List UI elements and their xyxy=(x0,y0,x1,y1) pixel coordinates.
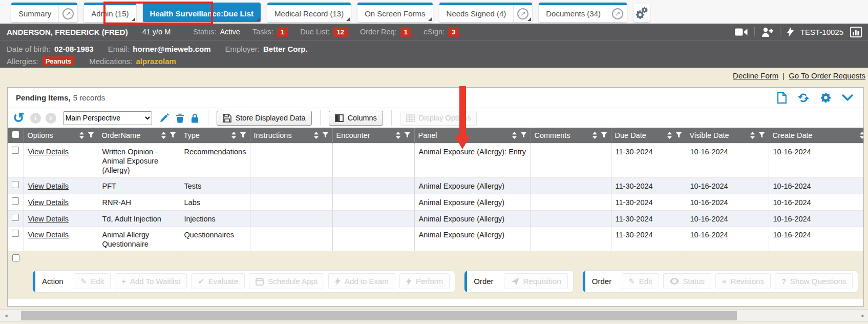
order-status-button[interactable]: Status xyxy=(663,273,712,289)
view-details-link[interactable]: View Details xyxy=(28,215,69,223)
order-revisions-button[interactable]: Revisions xyxy=(715,273,771,289)
add-person-icon[interactable] xyxy=(761,27,773,37)
column-header-panel[interactable]: Panel xyxy=(414,128,531,143)
requisition-button[interactable]: Requisition xyxy=(504,273,568,289)
edit-button[interactable]: Edit xyxy=(74,273,111,289)
order-req-count-badge[interactable]: 1 xyxy=(400,27,411,37)
add-to-waitlist-button[interactable]: Add To Waitlist xyxy=(115,273,187,289)
row-checkbox[interactable] xyxy=(12,181,19,188)
allergy-badge[interactable]: Peanuts xyxy=(42,56,75,66)
medication-value[interactable]: alprazolam xyxy=(136,57,176,66)
row-checkbox[interactable] xyxy=(12,214,19,221)
video-visit-icon[interactable] xyxy=(735,28,748,36)
tab-on-screen-forms[interactable]: On Screen Forms xyxy=(357,3,432,22)
filter-icon[interactable] xyxy=(520,132,527,138)
filter-icon[interactable] xyxy=(601,132,607,138)
bolt-icon xyxy=(335,277,341,286)
filter-icon[interactable] xyxy=(758,132,765,138)
tab-settings-button[interactable] xyxy=(633,4,650,22)
quick-action-bolt-icon[interactable] xyxy=(787,27,794,37)
sort-icon[interactable] xyxy=(231,131,237,139)
row-checkbox[interactable] xyxy=(12,147,19,154)
new-document-icon[interactable] xyxy=(777,92,787,104)
sort-icon[interactable] xyxy=(161,131,166,139)
tab-admin[interactable]: Admin (15) xyxy=(84,3,136,22)
filter-icon[interactable] xyxy=(88,132,94,138)
filter-icon[interactable] xyxy=(170,132,176,138)
horizontal-scrollbar[interactable] xyxy=(0,309,868,322)
column-header-create-date[interactable]: Create Date xyxy=(769,128,863,143)
cell-type: Questionnaires xyxy=(180,226,250,251)
evaluate-button[interactable]: Evaluate xyxy=(191,273,245,289)
view-details-link[interactable]: View Details xyxy=(28,182,69,190)
sort-icon[interactable] xyxy=(313,131,319,139)
scrollbar-thumb[interactable] xyxy=(21,311,737,320)
go-to-order-requests-link[interactable]: Go To Order Requests xyxy=(789,71,865,80)
column-header-ordername[interactable]: OrderName xyxy=(98,128,180,143)
store-displayed-data-button[interactable]: Store Displayed Data xyxy=(217,111,312,126)
collapse-chevron-icon[interactable] xyxy=(842,94,853,102)
filter-icon[interactable] xyxy=(675,132,682,138)
view-details-link[interactable]: View Details xyxy=(28,198,69,207)
sort-icon[interactable] xyxy=(859,131,863,139)
column-header-encounter[interactable]: Encounter xyxy=(332,128,414,143)
scroll-left-arrow-icon[interactable] xyxy=(5,312,8,319)
sort-icon[interactable] xyxy=(750,131,755,139)
tab-documents[interactable]: Documents (34) xyxy=(539,3,627,22)
reset-perspective-icon[interactable] xyxy=(13,113,25,123)
due-list-count-badge[interactable]: 12 xyxy=(333,27,347,37)
tab-medical-record[interactable]: Medical Record (13) xyxy=(267,3,351,22)
tab-health-surveillance-due-list[interactable]: Health Surveillance:Due List xyxy=(143,3,261,22)
schedule-appt-button[interactable]: Schedule Appt xyxy=(249,273,324,289)
add-to-exam-button[interactable]: Add to Exam xyxy=(328,273,395,289)
sort-icon[interactable] xyxy=(592,131,598,139)
column-header-due-date[interactable]: Due Date xyxy=(611,128,686,143)
gear-icon[interactable] xyxy=(820,92,831,103)
table-row: View Details PFT Tests Animal Exposure (… xyxy=(8,177,863,194)
scroll-right-arrow-icon[interactable] xyxy=(861,312,864,319)
filter-icon[interactable] xyxy=(240,132,246,138)
column-header-type[interactable]: Type xyxy=(180,128,250,143)
column-header-instructions[interactable]: Instructions xyxy=(250,128,332,143)
tab-summary[interactable]: Summary xyxy=(11,3,77,22)
filter-icon[interactable] xyxy=(404,132,411,138)
esign-count-badge[interactable]: 3 xyxy=(448,27,459,37)
refresh-icon[interactable] xyxy=(797,92,810,103)
delete-perspective-trash-icon[interactable] xyxy=(176,113,184,123)
tab-documents-popout[interactable] xyxy=(608,5,627,22)
sort-icon[interactable] xyxy=(395,131,401,139)
order-edit-button[interactable]: Edit xyxy=(622,273,659,289)
tab-summary-popout[interactable] xyxy=(58,5,77,22)
sort-icon[interactable] xyxy=(79,131,84,139)
filter-icon[interactable] xyxy=(322,132,329,138)
edit-perspective-pencil-icon[interactable] xyxy=(160,113,169,123)
column-header-comments[interactable]: Comments xyxy=(531,128,611,143)
column-header-options[interactable]: Options xyxy=(24,128,98,143)
dob-label: Date of birth: xyxy=(7,45,51,53)
tasks-count-badge[interactable]: 1 xyxy=(277,27,288,37)
row-checkbox[interactable] xyxy=(12,230,19,237)
grid-toolbar: Main Perspective Store Displayed Data xyxy=(8,108,863,128)
chart-stats-icon[interactable] xyxy=(850,27,862,37)
show-questions-button[interactable]: Show Questions xyxy=(775,273,853,289)
footer-select-all-checkbox[interactable] xyxy=(12,254,19,261)
perform-button[interactable]: Perform xyxy=(399,273,450,289)
column-header-visible-date[interactable]: Visible Date xyxy=(686,128,769,143)
sort-icon[interactable] xyxy=(667,131,672,139)
patient-age-sex: 41 y/o M xyxy=(142,28,171,36)
tab-needs-signed-popout[interactable] xyxy=(513,5,532,22)
perspective-select[interactable]: Main Perspective xyxy=(63,111,152,125)
previous-perspective-button[interactable] xyxy=(30,113,41,124)
sort-icon[interactable] xyxy=(512,131,517,139)
tab-needs-signed[interactable]: Needs Signed (4) xyxy=(439,3,533,22)
decline-form-link[interactable]: Decline Form xyxy=(733,71,778,80)
view-details-link[interactable]: View Details xyxy=(28,148,69,156)
view-details-link[interactable]: View Details xyxy=(28,231,69,239)
select-all-checkbox[interactable] xyxy=(12,131,19,138)
next-perspective-button[interactable] xyxy=(46,113,56,124)
columns-button[interactable]: Columns xyxy=(329,111,383,126)
row-checkbox[interactable] xyxy=(12,197,19,205)
display-options-button[interactable]: Display Options xyxy=(400,111,477,126)
cell-visible-date: 10-16-2024 xyxy=(686,210,769,226)
lock-perspective-icon[interactable] xyxy=(191,113,199,123)
